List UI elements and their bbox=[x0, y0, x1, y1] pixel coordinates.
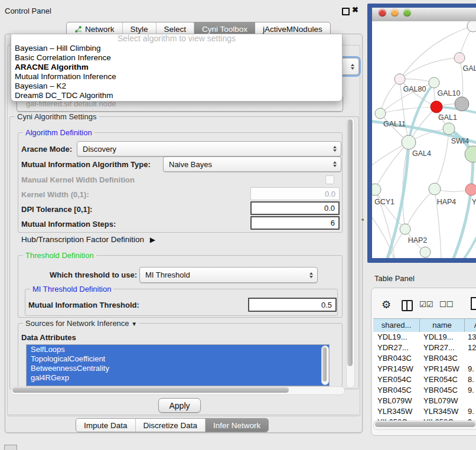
node-label: GAL80 bbox=[403, 85, 426, 93]
show-columns-icon[interactable]: ☑☑ bbox=[419, 300, 433, 309]
zoom-window-icon[interactable] bbox=[403, 9, 411, 17]
table-row[interactable]: YLR345WYLR345W9. bbox=[373, 406, 476, 417]
table-row[interactable]: YER054CYER054C8. bbox=[373, 374, 476, 385]
panel-title: Control Panel bbox=[5, 6, 51, 15]
network-node[interactable] bbox=[443, 123, 455, 135]
threshold-definition-title: Threshold Definition bbox=[23, 251, 96, 260]
mi-type-combo[interactable]: Naive Bayes bbox=[163, 156, 341, 172]
table-panel-title: Table Panel bbox=[374, 274, 415, 283]
which-threshold-label: Which threshold to use: bbox=[50, 270, 137, 279]
manual-kernel-checkbox[interactable] bbox=[325, 175, 334, 184]
table-cell: YBR045C bbox=[419, 385, 464, 396]
network-node[interactable] bbox=[420, 247, 431, 257]
network-node[interactable] bbox=[455, 97, 469, 111]
node-label: GAL11 bbox=[383, 120, 406, 128]
data-attributes-label: Data Attributes bbox=[21, 333, 76, 342]
network-edge bbox=[380, 79, 400, 113]
combo-arrows-icon bbox=[333, 146, 337, 152]
table-cell: YLR345W bbox=[419, 406, 464, 417]
table-horizontal-scrollbar[interactable] bbox=[373, 420, 476, 430]
network-node[interactable] bbox=[400, 224, 410, 234]
table-row[interactable]: YBL079WYBL079W bbox=[373, 396, 476, 406]
network-node[interactable] bbox=[429, 183, 441, 195]
minimize-window-icon[interactable] bbox=[391, 9, 399, 17]
apply-button[interactable]: Apply bbox=[158, 398, 201, 413]
mi-steps-field[interactable]: 6 bbox=[250, 216, 340, 230]
data-attribute-item[interactable]: BetweennessCentrality bbox=[27, 364, 329, 373]
mi-type-value: Naive Bayes bbox=[169, 160, 212, 169]
table-cell: YBL079W bbox=[373, 396, 419, 406]
close-panel-icon[interactable]: ✖ bbox=[352, 5, 358, 14]
network-window-titlebar[interactable] bbox=[372, 8, 476, 22]
network-node[interactable] bbox=[465, 146, 476, 162]
which-threshold-combo[interactable]: MI Threshold bbox=[139, 267, 318, 283]
settings-vertical-scrollbar[interactable] bbox=[346, 118, 355, 388]
tab-infer-network[interactable]: Infer Network bbox=[206, 419, 268, 432]
table-row[interactable]: YBR043CYBR043C bbox=[373, 353, 476, 364]
settings-horizontal-scrollbar[interactable] bbox=[11, 386, 345, 395]
network-canvas[interactable]: GALGAL80GAL10GAL1GAL11SWI4GAL4GCY1HAP4YH… bbox=[372, 21, 476, 258]
dpi-tolerance-field[interactable]: 0.0 bbox=[250, 201, 340, 215]
panel-divider bbox=[8, 415, 358, 415]
network-node[interactable] bbox=[402, 135, 416, 149]
algorithm-option[interactable]: Bayesian – Hill Climbing bbox=[11, 44, 342, 53]
table-cell: YDR27... bbox=[373, 343, 419, 353]
kernel-width-field[interactable]: 0.0 bbox=[250, 187, 340, 200]
table-cell bbox=[464, 396, 476, 406]
network-node[interactable] bbox=[372, 184, 381, 195]
algorithm-option[interactable]: Basic Correlation Inference bbox=[11, 53, 342, 63]
table-row[interactable]: YDR27...YDR27...12 bbox=[373, 343, 476, 353]
aracne-mode-combo[interactable]: Discovery bbox=[77, 141, 341, 156]
hub-definition-expander[interactable]: Hub/Transcription Factor Definition ▶ bbox=[21, 235, 155, 244]
network-node[interactable] bbox=[467, 21, 476, 32]
table-row[interactable]: YBR045CYBR045C9. bbox=[373, 385, 476, 396]
network-node[interactable] bbox=[395, 74, 405, 84]
network-node[interactable] bbox=[454, 53, 465, 63]
table-row[interactable]: YPR145WYPR145W9. bbox=[373, 364, 476, 374]
hide-columns-icon[interactable]: ☐☐ bbox=[439, 300, 453, 309]
node-label: SWI4 bbox=[451, 137, 470, 145]
data-attribute-item[interactable]: gal4RGexp bbox=[27, 373, 329, 383]
algorithm-option[interactable]: Bayesian – K2 bbox=[11, 81, 342, 91]
attribute-list-scrollbar[interactable] bbox=[321, 345, 329, 385]
column-header[interactable]: name bbox=[420, 319, 465, 332]
table-cell: YPR145W bbox=[419, 364, 464, 374]
gear-icon[interactable]: ⚙ bbox=[382, 298, 391, 311]
table-cell: YDL19... bbox=[373, 332, 419, 343]
node-label: GAL10 bbox=[438, 89, 461, 97]
splitter-collapse-icon[interactable]: ◄ bbox=[360, 217, 364, 221]
aracne-mode-label: Aracne Mode: bbox=[21, 145, 72, 154]
tab-impute-data[interactable]: Impute Data bbox=[76, 419, 136, 432]
columns-icon[interactable] bbox=[402, 300, 413, 311]
data-attribute-item[interactable]: SelfLoops bbox=[27, 345, 329, 354]
tab-label: Discretize Data bbox=[144, 421, 198, 430]
network-node[interactable] bbox=[465, 184, 476, 195]
algorithm-option[interactable]: Dream8 DC_TDC Algorithm bbox=[11, 91, 342, 100]
palette-icon[interactable] bbox=[4, 445, 17, 450]
tab-label: Network bbox=[85, 25, 115, 34]
table-row[interactable]: YDL19...YDL19...13 bbox=[373, 332, 476, 343]
export-table-icon[interactable] bbox=[470, 296, 476, 311]
algorithm-option[interactable]: Mutual Information Inference bbox=[11, 72, 342, 81]
float-panel-icon[interactable] bbox=[342, 8, 350, 15]
column-header[interactable]: shared... bbox=[373, 319, 420, 332]
algorithm-option[interactable]: ARACNE Algorithm bbox=[11, 63, 342, 72]
close-window-icon[interactable] bbox=[379, 9, 386, 17]
table-cell: YPR145W bbox=[373, 364, 419, 374]
table-cell: YDR27... bbox=[419, 343, 464, 353]
tab-label: Style bbox=[131, 25, 148, 34]
data-attribute-item[interactable]: TopologicalCoefficient bbox=[27, 354, 329, 364]
table-cell: YBL079W bbox=[419, 396, 464, 406]
network-node[interactable] bbox=[429, 77, 439, 88]
column-header[interactable]: A bbox=[465, 319, 476, 332]
network-edge bbox=[405, 189, 435, 229]
sources-group-title[interactable]: Sources for Network Inference ▼ bbox=[23, 319, 139, 328]
table-cell: YBR043C bbox=[419, 353, 464, 364]
mi-threshold-field[interactable]: 0.5 bbox=[248, 298, 337, 312]
node-label: GAL bbox=[462, 64, 476, 73]
dropdown-prompt: Select algorithm to view settings bbox=[11, 34, 342, 44]
network-node[interactable] bbox=[375, 108, 386, 119]
tab-discretize-data[interactable]: Discretize Data bbox=[136, 419, 206, 432]
network-node[interactable] bbox=[431, 101, 442, 113]
table-header[interactable]: shared...nameA bbox=[373, 318, 476, 333]
